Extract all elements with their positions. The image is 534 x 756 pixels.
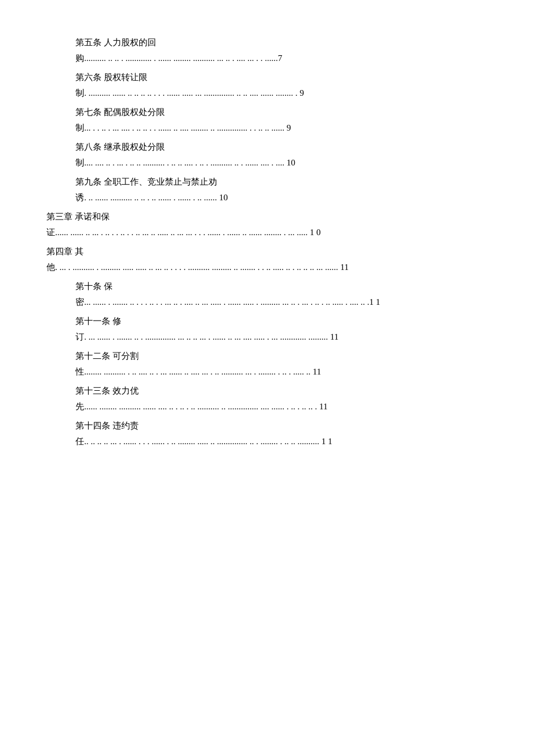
list-item: 第十四条 违约责 任.. .. .. .. ... . ...... . . .… [46,418,488,449]
toc-section-title: 第八条 继承股权处分限 [46,139,488,155]
toc-chapter-title: 第三章 承诺和保 [46,209,488,225]
toc-section-title: 第十二条 可分割 [46,348,488,364]
toc-dots: 订. ... ...... . ....... .. . ...........… [46,329,488,345]
list-item: 第十二条 可分割 性........ .......... . .. .... … [46,348,488,380]
page: 第五条 人力股权的回 购.......... .. .. . .........… [0,0,534,756]
list-item: 第九条 全职工作、竞业禁止与禁止劝 诱. .. ...... .........… [46,174,488,206]
toc-section-title: 第十三条 效力优 [46,383,488,399]
list-item: 第七条 配偶股权处分限 制... . . .. . ... .... . .. … [46,105,488,136]
toc-section-title: 第十一条 修 [46,314,488,329]
toc-section-title: 第十四条 违约责 [46,418,488,434]
toc-section-title: 第十条 保 [46,279,488,294]
toc-dots: 任.. .. .. .. ... . ...... . . . ...... .… [46,434,488,449]
toc-section-title: 第七条 配偶股权处分限 [46,105,488,120]
list-item: 第十三条 效力优 先...... ........ .......... ...… [46,383,488,415]
toc-dots: 密... ...... . ....... .. . . . .. . . ..… [46,294,488,310]
toc-chapter-title: 第四章 其 [46,244,488,260]
list-item: 第三章 承诺和保 证...... ...... .. ... . .. . . … [46,209,488,240]
toc-dots: 先...... ........ .......... ...... .... … [46,399,488,415]
toc-dots: 诱. .. ...... .......... .. .. . .. .....… [46,190,488,206]
table-of-contents: 第五条 人力股权的回 购.......... .. .. . .........… [46,35,488,449]
toc-dots: 他. ... . .......... . ......... ..... ..… [46,260,488,275]
toc-dots: 制. .......... ...... .. .. .. .. . . . .… [46,85,488,101]
list-item: 第八条 继承股权处分限 制.... .... .. . ... . .. .. … [46,139,488,171]
list-item: 第四章 其 他. ... . .......... . ......... ..… [46,244,488,275]
toc-dots: 证...... ...... .. ... . .. . . .. . . ..… [46,225,488,240]
list-item: 第十条 保 密... ...... . ....... .. . . . .. … [46,279,488,310]
list-item: 第十一条 修 订. ... ...... . ....... .. . ....… [46,314,488,345]
toc-dots: 性........ .......... . .. .... .. . ... … [46,364,488,380]
list-item: 第五条 人力股权的回 购.......... .. .. . .........… [46,35,488,66]
toc-section-title: 第六条 股权转让限 [46,70,488,85]
toc-dots: 购.......... .. .. . ............ . .....… [46,51,488,66]
toc-section-title: 第九条 全职工作、竞业禁止与禁止劝 [46,174,488,190]
toc-dots: 制... . . .. . ... .... . .. .. . . .....… [46,120,488,136]
list-item: 第六条 股权转让限 制. .......... ...... .. .. .. … [46,70,488,101]
toc-section-title: 第五条 人力股权的回 [46,35,488,51]
toc-dots: 制.... .... .. . ... . .. .. .......... .… [46,155,488,171]
